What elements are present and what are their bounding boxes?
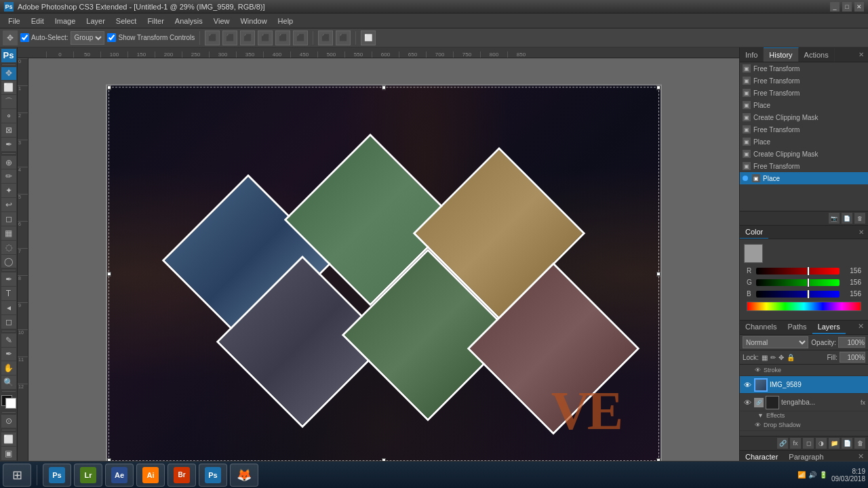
history-item[interactable]: ▣ Create Clipping Mask	[740, 148, 868, 160]
blur-tool[interactable]: ◌	[1, 241, 16, 254]
history-item[interactable]: ▣ Create Clipping Mask	[740, 111, 868, 123]
color-spectrum[interactable]	[747, 302, 861, 311]
blue-thumb[interactable]	[807, 289, 810, 299]
add-mask-btn[interactable]: ◻	[803, 438, 814, 449]
canvas-area[interactable]: VE	[28, 58, 739, 474]
tab-history[interactable]: History	[764, 47, 798, 62]
dodge-tool[interactable]: ◯	[1, 255, 16, 268]
green-thumb[interactable]	[807, 278, 810, 287]
history-item[interactable]: ▣ Free Transform	[740, 87, 868, 99]
auto-select-checkbox[interactable]: Auto-Select:	[20, 33, 68, 42]
layer-tengahba[interactable]: 👁 🔗 tengahba... fx	[740, 394, 868, 411]
menu-file[interactable]: File	[3, 16, 26, 26]
menu-image[interactable]: Image	[50, 16, 81, 26]
link-layers-btn[interactable]: 🔗	[777, 438, 788, 449]
taskbar-firefox[interactable]: 🦊	[230, 464, 258, 487]
add-style-btn[interactable]: fx	[790, 438, 801, 449]
tab-layers[interactable]: Layers	[812, 321, 846, 334]
menu-help[interactable]: Help	[273, 16, 299, 26]
drop-shadow-eye[interactable]: 👁	[755, 422, 761, 428]
align-left-btn[interactable]: ⬛	[258, 30, 273, 45]
taskbar-ps[interactable]: Ps	[43, 464, 71, 487]
lock-position-icon[interactable]: ✥	[778, 354, 784, 361]
history-item[interactable]: ▣ Place	[740, 99, 868, 111]
menu-view[interactable]: View	[208, 16, 235, 26]
move-tool[interactable]: ✥	[1, 67, 16, 81]
crop-tool[interactable]: ⊠	[1, 123, 16, 137]
tab-color[interactable]: Color	[740, 226, 768, 239]
auto-select-dropdown[interactable]: Group Layer	[71, 31, 104, 45]
dist-horiz-btn[interactable]: ⬛	[318, 30, 333, 45]
red-slider[interactable]	[756, 268, 840, 274]
stamp-tool[interactable]: ✦	[1, 184, 16, 197]
tab-actions[interactable]: Actions	[799, 48, 835, 62]
menu-select[interactable]: Select	[111, 16, 142, 26]
color-swatch[interactable]	[744, 244, 763, 263]
show-transform-checkbox[interactable]: Show Transform Controls	[107, 33, 195, 42]
quick-select-tool[interactable]: ⚬	[1, 109, 16, 123]
taskbar-bridge[interactable]: Br	[167, 464, 196, 487]
foreground-color[interactable]	[1, 395, 16, 409]
layer-eye-img9589[interactable]: 👁	[743, 380, 752, 390]
fx-eye[interactable]: 👁	[755, 367, 761, 373]
expand-effects-icon[interactable]: ▼	[757, 412, 764, 419]
gradient-tool[interactable]: ▦	[1, 226, 16, 240]
layer-eye-tengah[interactable]: 👁	[743, 398, 752, 407]
green-slider[interactable]	[756, 279, 840, 286]
marquee-tool[interactable]: ⬜	[1, 81, 16, 94]
menu-window[interactable]: Window	[235, 16, 272, 26]
menu-edit[interactable]: Edit	[26, 16, 50, 26]
taskbar-ae[interactable]: Ae	[105, 464, 134, 487]
eyedropper2-tool[interactable]: ✒	[1, 348, 16, 361]
zoom-tool[interactable]: 🔍	[1, 375, 16, 389]
align-horiz-center-btn[interactable]: ⬛	[275, 30, 290, 45]
main-canvas[interactable]: VE	[106, 84, 662, 464]
screen-mode2-btn[interactable]: ▣	[1, 447, 16, 460]
taskbar-ai[interactable]: Ai	[136, 464, 165, 487]
menu-analysis[interactable]: Analysis	[170, 16, 208, 26]
history-item[interactable]: ▣ Place	[740, 136, 868, 148]
maximize-button[interactable]: □	[842, 2, 852, 12]
lock-image-icon[interactable]: ✏	[770, 354, 776, 361]
lock-all-icon[interactable]: 🔒	[787, 354, 795, 361]
align-top-btn[interactable]: ⬛	[205, 30, 220, 45]
delete-history-btn[interactable]: 🗑	[854, 213, 865, 224]
history-brush-tool[interactable]: ↩	[1, 198, 16, 211]
hand-tool[interactable]: ✋	[1, 361, 16, 375]
create-new-doc-btn[interactable]: 📄	[842, 213, 852, 224]
lasso-tool[interactable]: ⌒	[1, 95, 16, 108]
healing-tool[interactable]: ⊕	[1, 156, 16, 169]
history-item[interactable]: ▣ Free Transform	[740, 75, 868, 87]
start-button[interactable]: ⊞	[3, 464, 31, 487]
layers-panel-close[interactable]: ✕	[854, 321, 868, 334]
taskbar-lr[interactable]: Lr	[74, 464, 102, 487]
lock-transparency-icon[interactable]: ▦	[762, 354, 768, 361]
brush-tool[interactable]: ✏	[1, 169, 16, 183]
path-select-tool[interactable]: ◂	[1, 301, 16, 314]
shape-tool[interactable]: ◻	[1, 315, 16, 329]
minimize-button[interactable]: _	[830, 2, 840, 12]
transform-btn[interactable]: ⬜	[361, 30, 376, 45]
align-right-btn[interactable]: ⬛	[293, 30, 308, 45]
color-panel-close[interactable]: ✕	[854, 227, 868, 237]
text-tool[interactable]: T	[1, 287, 16, 300]
tab-channels[interactable]: Channels	[740, 321, 782, 334]
menu-layer[interactable]: Layer	[81, 16, 111, 26]
quick-mask-btn[interactable]: ⊙	[1, 415, 16, 428]
pen-tool[interactable]: ✒	[1, 272, 16, 286]
red-thumb[interactable]	[807, 266, 810, 276]
screen-mode-btn[interactable]: ⬜	[1, 432, 16, 446]
eraser-tool[interactable]: ◻	[1, 212, 16, 226]
move-tool-btn[interactable]: ✥	[3, 30, 18, 45]
fill-input[interactable]	[840, 352, 865, 363]
menu-filter[interactable]: Filter	[142, 16, 169, 26]
new-adj-layer-btn[interactable]: ◑	[816, 438, 827, 449]
history-item[interactable]: ▣ Free Transform	[740, 62, 868, 75]
delete-layer-btn[interactable]: 🗑	[854, 438, 865, 449]
tab-info[interactable]: Info	[740, 48, 764, 62]
blend-mode-select[interactable]: Normal Multiply Screen	[743, 336, 808, 348]
new-snapshot-btn[interactable]: 📷	[829, 213, 840, 224]
eyedropper-tool[interactable]: ✒	[1, 138, 16, 151]
dist-vert-btn[interactable]: ⬛	[336, 30, 351, 45]
blue-slider[interactable]	[756, 291, 840, 298]
